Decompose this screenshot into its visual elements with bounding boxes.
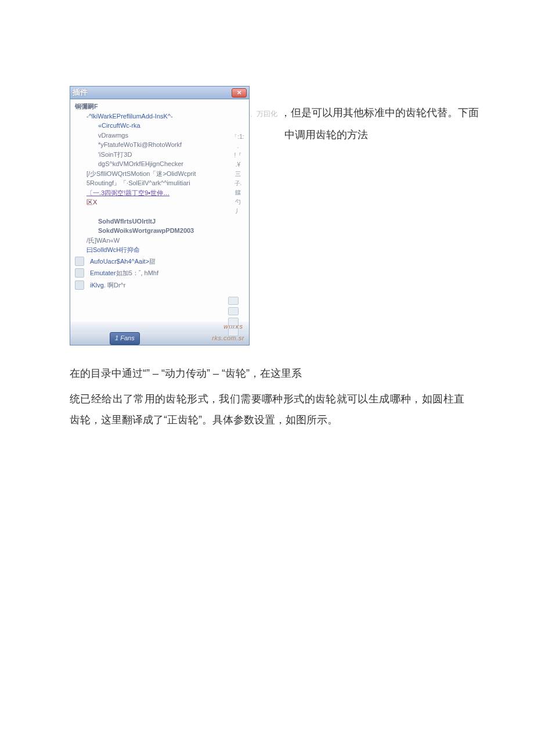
- plugin-thumb-label: Emutater如加5：ˆ, hMhf: [90, 268, 158, 279]
- fans-chip[interactable]: 1 Fans: [110, 332, 140, 345]
- plugin-list-item[interactable]: *yFtatufeWoTki@RhotoWorkf: [70, 140, 249, 150]
- preview-thumb: [228, 318, 239, 326]
- side-glyph-column: 「:1:.!『.¥三子.饟勺丿: [230, 133, 246, 217]
- preview-thumb: [228, 307, 239, 315]
- side-glyph: !『: [230, 152, 246, 161]
- plugin-list-item[interactable]: vDrawmgs: [70, 131, 249, 141]
- side-glyph: 三: [230, 170, 246, 179]
- side-glyph: 勺: [230, 198, 246, 207]
- side-glyph: 子.: [230, 179, 246, 189]
- preview-thumb: [228, 328, 239, 336]
- plugin-list-item[interactable]: /氏]WAn«W: [70, 236, 249, 246]
- body-text-fragment-1: 、万囙化 ，但是可以用其他标准中的齿轮代替。下面: [250, 105, 517, 121]
- plugin-dialog: 插件 ✕ 铜彌嗣F-^lkiWarkEPreflilumAdd-InsK^-«C…: [70, 86, 250, 345]
- preview-thumbnail-stack: [228, 297, 239, 336]
- side-glyph: 丿: [230, 207, 246, 217]
- plugin-list-item[interactable]: 'iSoinT打3D: [70, 150, 249, 160]
- side-glyph: .¥: [230, 161, 246, 170]
- body-text-fragment-4: 中调用齿轮的方法: [284, 127, 368, 143]
- plugin-thumb-label: AufoUacr$Ah4^Aait>甜: [90, 257, 156, 267]
- paragraph-1: 在的目录中通过“” – “动力传动” – “齿轮”，在这里系: [70, 363, 464, 384]
- dialog-body: 铜彌嗣F-^lkiWarkEPreflilumAdd-InsK^-«Circuf…: [70, 99, 249, 345]
- plugin-thumb-icon: [75, 268, 84, 278]
- side-glyph: 「:1:: [230, 133, 246, 142]
- plugin-list-item[interactable]: -^lkiWarkEPreflilumAdd-InsK^-: [70, 111, 249, 121]
- plugin-thumb-label: iKlvg. 啊Dr^r: [90, 280, 125, 291]
- close-icon[interactable]: ✕: [232, 88, 247, 98]
- works-brand-band: works: [70, 322, 249, 332]
- plugin-thumb-row[interactable]: Emutater如加5：ˆ, hMhf: [70, 267, 249, 279]
- plugin-list-item[interactable]: 曰SolldWcH行抑命: [70, 245, 249, 255]
- body-paragraphs: 在的目录中通过“” – “动力传动” – “齿轮”，在这里系 统已经给出了常用的…: [70, 356, 464, 430]
- plugin-list-item[interactable]: SohdWflrtsUOlrtltJ: [70, 217, 249, 226]
- dialog-titlebar: 插件 ✕: [70, 87, 249, 99]
- plugin-list-item[interactable]: 铜彌嗣F: [70, 102, 249, 111]
- body-text-fragment-1-main: ，但是可以用其他标准中的齿轮代替。下面: [280, 107, 479, 118]
- side-glyph: 饟: [230, 189, 246, 198]
- dialog-title: 插件: [73, 87, 88, 99]
- plugin-list-item[interactable]: 区X: [70, 197, 249, 207]
- plugin-list-item[interactable]: SokdWoiksWortgrawpPDM2003: [70, 226, 249, 236]
- plugin-thumb-row[interactable]: iKlvg. 啊Dr^r: [70, 279, 249, 291]
- plugin-thumb-row[interactable]: AufoUacr$Ah4^Aait>甜: [70, 255, 249, 267]
- plugin-list-item[interactable]: [/少SflliOWQrtSMotion「迷>OlidWcprit: [70, 169, 249, 179]
- plugin-list-item[interactable]: «CircuftWc-rka: [70, 121, 249, 131]
- side-glyph: .: [230, 142, 246, 152]
- footer-bar: 1 Fans rks.com.sr: [70, 332, 249, 345]
- plugin-thumb-icon: [75, 257, 84, 266]
- plugin-list-item[interactable]: dgS^kdVMOrkfEHjignChecker: [70, 159, 249, 169]
- preview-thumb: [228, 297, 239, 305]
- plugin-thumb-icon: [75, 280, 84, 290]
- plugin-list-item[interactable]: 5Routingf』「·SolEilV^ark^^imulitiari: [70, 178, 249, 188]
- plugin-list-item[interactable]: 〔一.3四弼空!题丁空9•世伸…: [70, 188, 249, 198]
- garbled-fragment: 、万囙化: [250, 110, 277, 118]
- paragraph-2: 统已经给出了常用的齿轮形式，我们需要哪种形式的齿轮就可以生成哪种，如圆柱直齿轮，…: [70, 388, 464, 430]
